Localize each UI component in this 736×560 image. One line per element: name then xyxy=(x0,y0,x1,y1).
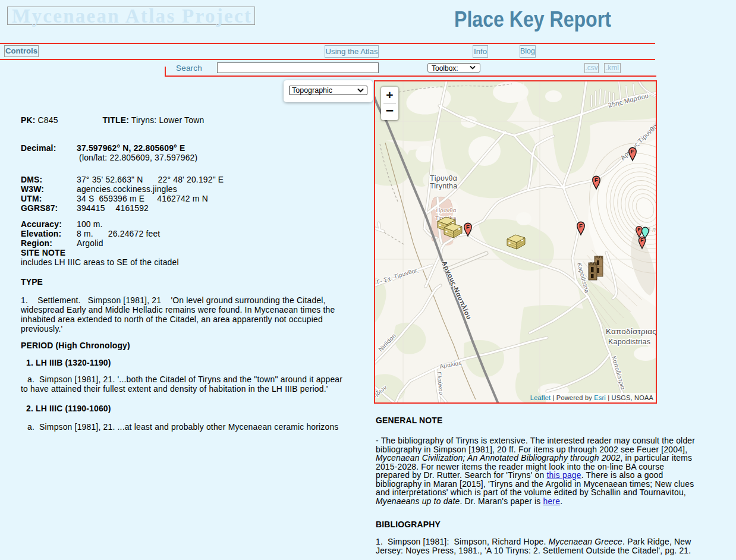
svg-text:Καποδίστριας: Καποδίστριας xyxy=(606,327,656,336)
svg-text:Τίρυνθα: Τίρυνθα xyxy=(430,174,457,183)
svg-text:Τίρυνθα: Τίρυνθα xyxy=(435,207,457,213)
svg-text:Tiryntha: Tiryntha xyxy=(430,182,457,190)
svg-text:Leaflet | Powered by Esri | US: Leaflet | Powered by Esri | USGS, NOAA xyxy=(530,394,654,401)
svg-text:Kapodistrias: Kapodistrias xyxy=(608,338,650,346)
